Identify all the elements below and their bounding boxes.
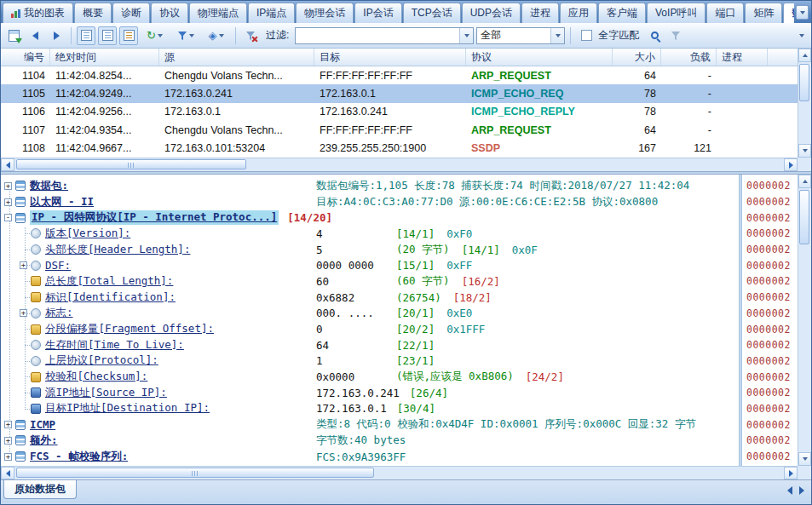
scroll-track[interactable] [798, 62, 811, 144]
scroll-down-button[interactable] [798, 452, 811, 466]
packet-row[interactable]: 110711:42:04.9354...Chengdu Volans Techn… [1, 121, 798, 139]
column-header-0[interactable]: 编号 [1, 49, 50, 66]
decode-hscrollbar[interactable] [1, 466, 798, 479]
decode-node[interactable]: +额外:字节数:40 bytes [1, 433, 739, 449]
scroll-thumb[interactable] [16, 468, 374, 478]
view-tab-14[interactable]: 端口 [706, 3, 744, 23]
view-tab-15[interactable]: 矩阵 [745, 3, 782, 23]
view-tab-8[interactable]: TCP会话 [403, 3, 461, 23]
column-header-3[interactable]: 目标 [314, 49, 466, 66]
decode-node[interactable]: -IP - 因特网协议[IP - Internet Protoc...][14/… [1, 209, 739, 226]
decode-field[interactable]: 校验和[Checksum]:0x0000(错误,应该是 0xB806)[24/2… [1, 369, 739, 385]
scroll-up-button[interactable] [798, 49, 811, 62]
scroll-left-button[interactable] [1, 467, 14, 479]
scrollbar-corner [798, 466, 811, 479]
decode-view-button[interactable] [98, 26, 117, 45]
view-tab-10[interactable]: 进程 [521, 3, 559, 23]
view-tab-9[interactable]: UDP会话 [462, 3, 521, 23]
decode-field[interactable]: +标志:000. ....[20/1]0xE0 [1, 306, 739, 322]
decode-node[interactable]: +以太网 - II目标:A4:0C:C3:A0:77:D0 源:00:0E:C6… [1, 194, 739, 210]
expander-plus-icon[interactable]: + [4, 453, 12, 461]
decode-node[interactable]: +数据包:数据包编号:1,105 长度:78 捕获长度:74 时间戳:2018/… [1, 178, 739, 194]
view-tab-13[interactable]: VoIP呼叫 [647, 3, 705, 23]
scroll-track[interactable] [798, 188, 811, 452]
packet-list-view-button[interactable] [77, 26, 95, 45]
whole-word-checkbox[interactable] [581, 30, 592, 41]
decode-field[interactable]: 生存时间[Time To Live]:64[22/1] [1, 337, 739, 353]
scope-dropdown-arrow[interactable] [550, 28, 564, 43]
tab-label: 我的图表 [24, 6, 65, 20]
view-tab-7[interactable]: IP会话 [354, 3, 401, 23]
packet-row[interactable]: 110511:42:04.9249...172.163.0.241172.163… [1, 84, 798, 102]
expander-plus-icon[interactable]: + [4, 437, 12, 445]
filter-dropdown-arrow[interactable] [459, 28, 473, 43]
next-packet-button[interactable] [47, 26, 66, 45]
advanced-filter-button[interactable] [666, 26, 685, 45]
view-tab-1[interactable]: 概要 [74, 3, 112, 23]
scroll-left-button[interactable] [1, 158, 14, 171]
column-header-4[interactable]: 协议 [466, 49, 613, 66]
filter-scope-combobox[interactable]: 全部 [476, 27, 565, 44]
next-tab-button[interactable] [799, 486, 804, 495]
view-tab-16[interactable]: 数据包× [783, 3, 794, 23]
refresh-dropdown-button[interactable]: ↻ [141, 26, 169, 45]
view-tab-0[interactable]: 我的图表 [3, 3, 73, 23]
filter-dropdown-button[interactable] [171, 26, 199, 45]
decode-field[interactable]: 源IP地址[Source IP]:172.163.0.241[26/4] [1, 385, 739, 401]
decode-field[interactable]: 总长度[Total Length]:60(60 字节)[16/2] [1, 273, 739, 290]
scroll-thumb[interactable] [799, 190, 809, 244]
decode-vscrollbar[interactable] [798, 175, 811, 466]
scroll-thumb[interactable] [16, 159, 246, 169]
scroll-thumb[interactable] [799, 64, 809, 101]
column-header-6[interactable]: 负载 [661, 49, 717, 66]
packet-order-button[interactable] [4, 26, 23, 45]
scroll-right-button[interactable] [784, 467, 798, 479]
prev-tab-button[interactable] [787, 486, 792, 495]
tab-scroll-button[interactable] [796, 5, 809, 20]
packet-list-vscrollbar[interactable] [798, 49, 811, 158]
previous-packet-button[interactable] [26, 26, 44, 45]
packet-row[interactable]: 110611:42:04.9256...172.163.0.1172.163.0… [1, 103, 798, 121]
decode-node[interactable]: +FCS - 帧校验序列:FCS:0x9A3963FF [1, 449, 739, 465]
view-tab-3[interactable]: 协议 [151, 3, 188, 23]
toolbar-options-button[interactable] [795, 26, 808, 46]
expander-minus-icon[interactable]: - [4, 214, 12, 221]
decode-field[interactable]: 版本[Version]:4[14/1]0xF0 [1, 226, 739, 242]
column-header-7[interactable]: 进程 [717, 49, 768, 66]
decode-field[interactable]: 分段偏移量[Fragment Offset]:0[20/2]0x1FFF [1, 321, 739, 337]
column-header-5[interactable]: 大小 [613, 49, 661, 66]
expander-plus-icon[interactable]: + [4, 421, 12, 428]
packet-list-hscrollbar[interactable] [1, 158, 798, 171]
decode-field[interactable]: 标识[Identification]:0x6882(26754)[18/2] [1, 290, 739, 306]
view-tab-4[interactable]: 物理端点 [189, 3, 247, 23]
column-header-1[interactable]: 绝对时间 [50, 49, 159, 66]
tab-raw-packet[interactable]: 原始数据包 [3, 480, 77, 499]
view-tab-12[interactable]: 客户端 [598, 3, 646, 23]
view-tab-5[interactable]: IP端点 [248, 3, 295, 23]
filter-combobox[interactable] [295, 27, 474, 44]
decode-field[interactable]: 目标IP地址[Destination IP]:172.163.0.1[30/4] [1, 401, 739, 417]
expander-plus-icon[interactable]: + [20, 261, 27, 269]
hex-view-button[interactable] [119, 26, 138, 45]
scroll-track[interactable] [14, 158, 784, 171]
view-tab-11[interactable]: 应用 [560, 3, 597, 23]
scroll-down-button[interactable] [798, 144, 811, 158]
decode-field[interactable]: +DSF:0000 0000[15/1]0xFF [1, 257, 739, 273]
view-tab-2[interactable]: 诊断 [112, 3, 150, 23]
view-tab-6[interactable]: 物理会话 [296, 3, 354, 23]
search-button[interactable] [645, 26, 664, 45]
display-settings-dropdown-button[interactable]: ◈ [202, 26, 230, 45]
expander-plus-icon[interactable]: + [20, 309, 27, 317]
packet-row[interactable]: 110411:42:04.8254...Chengdu Volans Techn… [1, 66, 798, 84]
scroll-up-button[interactable] [798, 175, 811, 188]
scroll-right-button[interactable] [784, 158, 798, 171]
expander-plus-icon[interactable]: + [4, 198, 12, 206]
packet-row[interactable]: 110811:42:04.9667...172.163.0.101:532042… [1, 140, 798, 158]
decode-field[interactable]: 上层协议[Protocol]:1[23/1] [1, 353, 739, 370]
column-header-2[interactable]: 源 [159, 49, 314, 66]
decode-field[interactable]: 头部长度[Header Length]:5(20 字节)[14/1]0x0F [1, 242, 739, 258]
clear-filter-button[interactable] [241, 26, 260, 45]
expander-plus-icon[interactable]: + [4, 182, 12, 190]
decode-node[interactable]: +ICMP类型:8 代码:0 校验和:0x4D4F ID:0x0001 序列号:… [1, 416, 739, 433]
scroll-track[interactable] [14, 467, 784, 479]
